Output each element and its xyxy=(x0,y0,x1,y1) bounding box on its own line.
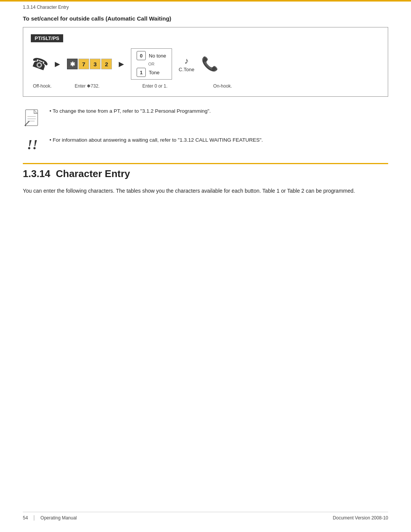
page-number: 54 xyxy=(23,515,28,521)
footer: 54 Operating Manual Document Version 200… xyxy=(23,512,388,521)
chapter-title: Character Entry xyxy=(56,168,130,179)
footer-version: Document Version 2008-10 xyxy=(333,515,388,521)
label-enter-01: Enter 0 or 1. xyxy=(132,83,178,89)
section-title: To set/cancel for outside calls (Automat… xyxy=(23,15,388,22)
label-enter-732: Enter ✱732. xyxy=(72,83,102,89)
labels-row: Off-hook. Enter ✱732. Enter 0 or 1. On-h… xyxy=(31,83,380,89)
chapter-description: You can enter the following characters. … xyxy=(23,187,358,195)
note-bullet: • xyxy=(49,108,53,114)
key-3: 3 xyxy=(90,59,100,69)
footer-manual-label: Operating Manual xyxy=(40,515,76,521)
note-important-icon: !! xyxy=(23,136,42,152)
music-note-icon: ♪ xyxy=(185,56,189,66)
tone-key-1: 1 xyxy=(137,68,146,77)
note-block-info: • To change the tone from a PT, refer to… xyxy=(23,107,388,128)
note-block-important: !! • For information about answering a w… xyxy=(23,136,388,152)
key-2: 2 xyxy=(101,59,112,69)
tone-selection-box: 0 No tone OR 1 Tone xyxy=(131,48,172,80)
key-star: ✱ xyxy=(67,59,78,69)
note-info-text: • To change the tone from a PT, refer to… xyxy=(49,107,211,115)
diagram-box: PT/SLT/PS ☎ ▶ ✱ 7 3 2 ▶ 0 No tone OR xyxy=(23,27,388,97)
label-onhook: On-hook. xyxy=(207,83,238,89)
breadcrumb: 1.3.14 Character Entry xyxy=(23,5,69,10)
tone-row-0: 0 No tone xyxy=(137,51,166,60)
arrow-1: ▶ xyxy=(55,60,60,68)
note-important-text: • For information about answering a wait… xyxy=(49,136,263,144)
chapter-heading: 1.3.14 Character Entry xyxy=(23,163,388,180)
diagram-row: ☎ ▶ ✱ 7 3 2 ▶ 0 No tone OR 1 xyxy=(31,48,380,80)
label-offhook: Off-hook. xyxy=(31,83,54,89)
pt-badge: PT/SLT/PS xyxy=(31,34,63,42)
onhook-phone-icon: 📞 xyxy=(201,56,218,72)
tone-label: Tone xyxy=(149,70,159,75)
arrow-2: ▶ xyxy=(119,60,124,68)
offhook-phone-icon: ☎ xyxy=(29,54,50,75)
or-text: OR xyxy=(137,62,166,66)
main-content: To set/cancel for outside calls (Automat… xyxy=(23,15,388,195)
ctone-label: C.Tone xyxy=(179,67,194,72)
exclamation-icon: !! xyxy=(27,138,38,152)
keypad-sequence: ✱ 7 3 2 xyxy=(67,59,112,69)
no-tone-label: No tone xyxy=(149,53,166,59)
note-info-icon xyxy=(23,107,42,128)
top-accent-bar xyxy=(0,0,411,2)
tone-key-0: 0 xyxy=(137,51,146,60)
paper-note-svg xyxy=(24,109,41,128)
footer-right: Document Version 2008-10 xyxy=(333,515,388,521)
ctone-area: ♪ C.Tone xyxy=(179,56,194,72)
tone-row-1: 1 Tone xyxy=(137,68,166,77)
key-7: 7 xyxy=(78,59,89,69)
footer-divider xyxy=(34,515,34,521)
chapter-number: 1.3.14 xyxy=(23,168,50,179)
footer-left: 54 Operating Manual xyxy=(23,515,77,521)
